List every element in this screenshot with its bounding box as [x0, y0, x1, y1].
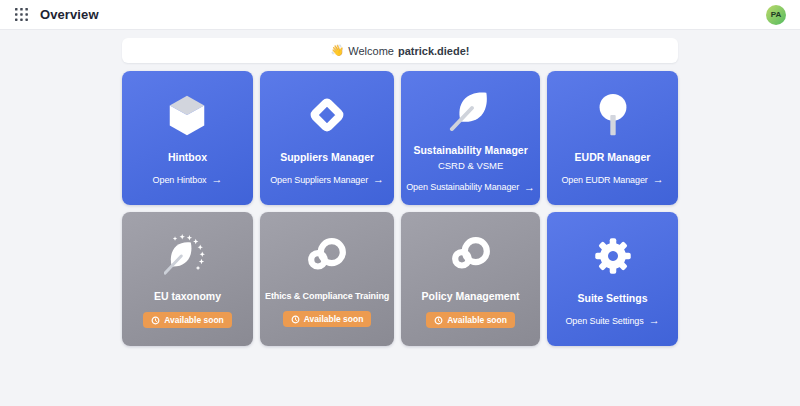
app-card-policy-management: Policy Management Available soon [401, 212, 540, 346]
card-title: Suppliers Manager [280, 151, 374, 163]
card-link-label: Open EUDR Manager [561, 175, 647, 185]
arrow-right-icon: → [524, 182, 535, 193]
card-title: EU taxonomy [154, 290, 221, 302]
topbar: Overview PA [0, 0, 800, 30]
open-eudr-manager-link[interactable]: Open EUDR Manager → [561, 174, 663, 185]
available-soon-badge: Available soon [143, 312, 232, 328]
clock-icon [434, 316, 443, 325]
available-soon-badge: Available soon [283, 311, 372, 327]
card-link-label: Open Sustainability Manager [406, 182, 519, 192]
card-title: EUDR Manager [575, 151, 651, 163]
app-card-grid: Hintbox Open Hintbox → Suppliers Manager… [122, 71, 678, 346]
apps-grid-icon [15, 8, 28, 21]
open-hintbox-link[interactable]: Open Hintbox → [153, 174, 223, 185]
card-link-label: Open Suppliers Manager [270, 175, 368, 185]
app-card-suite-settings[interactable]: Suite Settings Open Suite Settings → [547, 212, 678, 346]
badge-label: Available soon [164, 315, 224, 325]
badge-label: Available soon [447, 315, 507, 325]
loop-icon [448, 230, 494, 278]
arrow-right-icon: → [373, 174, 384, 185]
avatar[interactable]: PA [766, 5, 786, 25]
card-title: Ethics & Compliance Training [265, 291, 389, 301]
card-link-label: Open Suite Settings [565, 316, 643, 326]
app-card-hintbox[interactable]: Hintbox Open Hintbox → [122, 71, 253, 205]
tree-icon [590, 91, 636, 139]
gear-icon [590, 232, 636, 280]
open-suppliers-manager-link[interactable]: Open Suppliers Manager → [270, 174, 384, 185]
arrow-right-icon: → [211, 174, 222, 185]
badge-label: Available soon [304, 314, 364, 324]
card-title: Policy Management [422, 290, 520, 302]
app-card-ethics-compliance-training: Ethics & Compliance Training Available s… [260, 212, 394, 346]
card-subtitle: CSRD & VSME [438, 160, 503, 171]
diamond-icon [304, 91, 350, 139]
welcome-username: patrick.diede! [398, 45, 470, 57]
card-title: Hintbox [168, 151, 207, 163]
card-title: Sustainability Manager [413, 144, 527, 156]
welcome-greeting: Welcome [348, 45, 394, 57]
app-card-sustainability-manager[interactable]: Sustainability Manager CSRD & VSME Open … [401, 71, 540, 205]
leaf-icon [448, 84, 494, 132]
open-suite-settings-link[interactable]: Open Suite Settings → [565, 315, 659, 326]
card-title: Suite Settings [577, 292, 647, 304]
arrow-right-icon: → [649, 315, 660, 326]
open-sustainability-manager-link[interactable]: Open Sustainability Manager → [406, 182, 535, 193]
page-title: Overview [40, 7, 99, 22]
clock-icon [291, 315, 300, 324]
app-card-suppliers-manager[interactable]: Suppliers Manager Open Suppliers Manager… [260, 71, 394, 205]
clock-icon [151, 316, 160, 325]
app-card-eu-taxonomy: EU taxonomy Available soon [122, 212, 253, 346]
wave-emoji-icon: 👋 [331, 44, 345, 57]
arrow-right-icon: → [653, 174, 664, 185]
welcome-banner: 👋 Welcome patrick.diede! [122, 38, 678, 63]
card-link-label: Open Hintbox [153, 175, 207, 185]
eu-leaf-icon [164, 230, 210, 278]
apps-grid-button[interactable] [14, 8, 28, 22]
app-card-eudr-manager[interactable]: EUDR Manager Open EUDR Manager → [547, 71, 678, 205]
loop-icon [304, 231, 350, 279]
cube-icon [164, 91, 210, 139]
available-soon-badge: Available soon [426, 312, 515, 328]
